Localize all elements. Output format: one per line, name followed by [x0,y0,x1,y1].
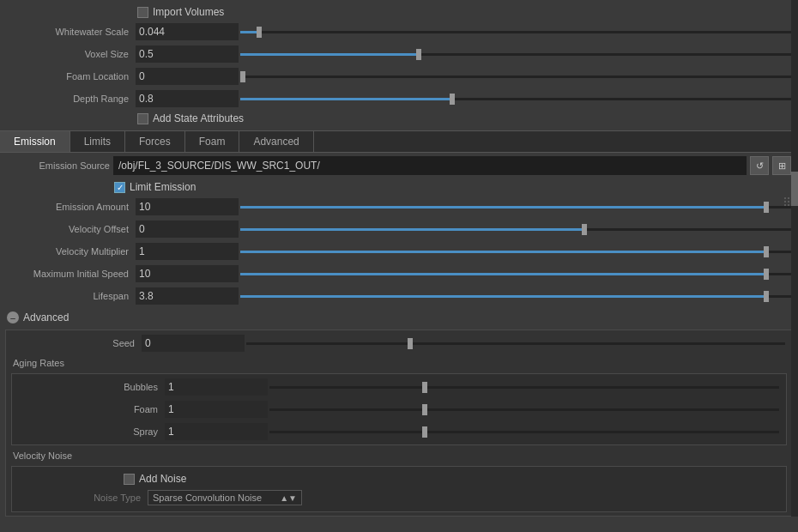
emission-amount-label: Emission Amount [7,202,136,212]
bubbles-row: Bubbles [12,376,786,398]
spray-label: Spray [19,426,165,437]
foam-aging-row: Foam [12,398,786,420]
aging-rates-section: Bubbles Foam [11,373,787,445]
whitewater-scale-input[interactable] [136,23,239,40]
bubbles-slider[interactable] [269,386,779,389]
max-initial-speed-input[interactable] [136,265,239,282]
seed-label: Seed [13,338,142,348]
dropdown-arrow-icon: ▲▼ [280,493,297,503]
lifespan-slider[interactable] [240,295,791,298]
velocity-offset-row: Velocity Offset [0,218,798,240]
emission-amount-input[interactable] [136,198,239,215]
voxel-size-input[interactable] [136,45,239,63]
velocity-offset-input[interactable] [136,221,239,238]
foam-location-input[interactable] [136,68,239,85]
whitewater-scale-slider[interactable] [240,31,791,33]
lifespan-label: Lifespan [7,291,136,301]
depth-range-slider[interactable] [240,98,791,100]
velocity-multiplier-row: Velocity Multiplier [0,240,798,263]
velocity-noise-header: Velocity Noise [6,447,792,464]
depth-range-row: Depth Range [0,88,798,110]
lifespan-input[interactable] [136,287,239,305]
import-volumes-checkbox[interactable]: Import Volumes [137,6,224,18]
foam-location-row: Foam Location [0,65,798,88]
emission-amount-slider[interactable] [240,206,791,209]
add-state-checkbox[interactable]: Add State Attributes [137,112,244,124]
max-initial-speed-slider[interactable] [240,273,791,275]
foam-location-label: Foam Location [7,71,136,82]
depth-range-input[interactable] [136,90,239,107]
velocity-offset-label: Velocity Offset [7,224,136,234]
noise-type-select[interactable]: Sparse Convolution Noise ▲▼ [148,490,302,505]
browse-icon[interactable]: ⊞ [772,156,791,175]
bubbles-input[interactable] [165,378,268,396]
velocity-noise-section: Add Noise Noise Type Sparse Convolution … [11,466,787,512]
lifespan-row: Lifespan [0,285,798,307]
refresh-icon[interactable]: ↺ [750,156,769,175]
seed-slider[interactable] [246,342,785,345]
tab-foam[interactable]: Foam [185,131,240,152]
depth-range-label: Depth Range [7,94,136,104]
tab-advanced[interactable]: Advanced [239,131,313,152]
noise-type-row: Noise Type Sparse Convolution Noise ▲▼ [12,487,786,508]
noise-type-label: Noise Type [19,493,148,503]
voxel-size-label: Voxel Size [7,49,136,59]
collapse-icon: – [7,311,19,323]
add-noise-checkbox[interactable]: Add Noise [124,473,186,485]
spray-input[interactable] [165,423,268,440]
whitewater-scale-row: Whitewater Scale [0,21,798,43]
whitewater-scale-label: Whitewater Scale [7,27,136,37]
spray-slider[interactable] [269,431,779,433]
bubbles-label: Bubbles [19,382,165,392]
advanced-label: Advanced [23,311,69,323]
scrollbar-thumb[interactable] [791,172,798,206]
advanced-header[interactable]: – Advanced [0,307,798,328]
velocity-offset-slider[interactable] [240,228,791,231]
tab-limits[interactable]: Limits [70,131,125,152]
foam-aging-label: Foam [19,404,165,414]
aging-rates-header: Aging Rates [6,354,792,372]
foam-location-slider[interactable] [240,76,791,78]
emission-source-row: Emission Source ↺ ⊞ [0,153,798,178]
limit-emission-row: ✓ Limit Emission [0,178,798,196]
scrollbar[interactable] [791,0,798,517]
foam-aging-input[interactable] [165,401,268,418]
tabs-bar: Emission Limits Forces Foam Advanced [0,130,798,153]
limit-emission-checkbox[interactable]: ✓ Limit Emission [114,181,196,193]
tab-emission[interactable]: Emission [0,131,70,152]
max-initial-speed-row: Maximum Initial Speed [0,263,798,285]
voxel-size-row: Voxel Size [0,43,798,65]
voxel-size-slider[interactable] [240,53,791,56]
velocity-multiplier-input[interactable] [136,243,239,260]
advanced-section: Seed Aging Rates Bubbles [5,329,793,517]
add-noise-row: Add Noise [12,470,786,487]
emission-source-label: Emission Source [7,160,110,171]
tab-forces[interactable]: Forces [125,131,185,152]
max-initial-speed-label: Maximum Initial Speed [7,269,136,279]
emission-amount-row: Emission Amount [0,196,798,218]
seed-input[interactable] [142,335,245,352]
grid-dots [784,197,791,206]
foam-aging-slider[interactable] [269,408,779,411]
spray-row: Spray [12,420,786,443]
velocity-multiplier-label: Velocity Multiplier [7,246,136,257]
velocity-multiplier-slider[interactable] [240,251,791,253]
seed-row: Seed [6,332,792,354]
emission-source-input[interactable] [113,156,747,175]
